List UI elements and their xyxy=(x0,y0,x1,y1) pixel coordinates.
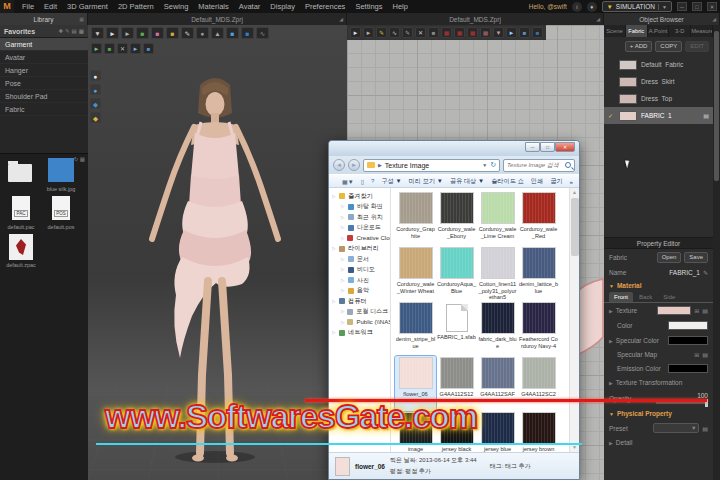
preset-save-icon[interactable]: ▤ xyxy=(702,425,708,432)
tab-library[interactable]: Library ▦ xyxy=(0,13,88,25)
sidebar-node[interactable]: ▷ 라이브러리 xyxy=(332,244,390,255)
specular-color-swatch[interactable] xyxy=(668,336,708,345)
selected-file-tags[interactable]: 태그: 태그 추가 xyxy=(490,462,531,471)
app-logo[interactable]: M xyxy=(0,0,14,13)
menu-item[interactable]: File xyxy=(22,2,34,11)
dialog-toolbar-item[interactable]: 공유 대상 ▼ xyxy=(450,177,484,186)
dialog-toolbar-item[interactable]: » xyxy=(570,178,573,185)
save-button[interactable]: Save xyxy=(684,252,708,263)
list-view-icon[interactable]: ▤ xyxy=(72,28,77,34)
menu-item[interactable]: Sewing xyxy=(164,2,189,11)
menu-item[interactable]: Display xyxy=(270,2,295,11)
dialog-title-bar[interactable]: ─ □ ✕ xyxy=(329,141,579,156)
library-category[interactable]: Pose xyxy=(0,77,88,90)
expander-icon[interactable]: ▷ xyxy=(341,215,345,220)
object-browser-tab[interactable]: Measure xyxy=(691,25,713,37)
bird-icon[interactable]: ♦ xyxy=(587,2,597,12)
toolbar-2d-icon[interactable]: ✎ xyxy=(402,27,413,38)
expander-icon[interactable]: ▷ xyxy=(341,288,345,293)
fabric-list-row[interactable]: ✓ Dress_Skirt ▤ xyxy=(604,73,713,90)
files-view-icon[interactable]: ▦ xyxy=(80,156,85,162)
texture-file[interactable]: Corduroy_Graphite xyxy=(395,191,436,246)
dialog-toolbar-item[interactable]: 슬라이드 쇼 xyxy=(491,177,524,186)
expander-icon[interactable]: ▷ xyxy=(341,267,345,272)
toolbar-2d-icon[interactable]: ✎ xyxy=(376,27,387,38)
expander-icon[interactable]: ▷ xyxy=(341,278,345,283)
toolbar-2d-icon[interactable]: ▦ xyxy=(480,27,491,38)
refresh-icon[interactable]: ↻ xyxy=(490,161,496,169)
menu-item[interactable]: Avatar xyxy=(239,2,261,11)
library-category[interactable]: Shoulder Pad xyxy=(0,90,88,103)
preview-pane-icon[interactable]: ▯ xyxy=(361,178,364,185)
dialog-toolbar-item[interactable]: 구성 ▼ xyxy=(381,177,401,186)
texture-file[interactable]: Corduroy_wale_Ebony xyxy=(436,191,477,246)
dialog-toolbar-item[interactable]: 미리 보기 ▼ xyxy=(409,177,443,186)
menu-item[interactable]: Preferences xyxy=(305,2,345,11)
open-button[interactable]: Open xyxy=(657,252,682,263)
texture-file[interactable]: fabric_dark_blue xyxy=(477,301,518,356)
opacity-slider[interactable] xyxy=(656,402,708,404)
menu-item[interactable]: 2D Pattern xyxy=(118,2,154,11)
toolbar-2d-icon[interactable]: ► xyxy=(506,27,517,38)
expander-icon[interactable]: ▷ xyxy=(332,194,336,199)
texture-file[interactable]: FABRIC_1.sfab xyxy=(436,301,477,356)
physical-property-header[interactable]: ▼ Physical Property xyxy=(604,407,713,420)
toolbar-2d-icon[interactable]: ▼ xyxy=(493,27,504,38)
tab-2d-corner-icon[interactable]: ◢ xyxy=(596,16,600,22)
address-dropdown-icon[interactable]: ▼ xyxy=(482,162,487,168)
menu-item[interactable]: 3D Garment xyxy=(67,2,108,11)
open-specular-map-icon[interactable]: ⊞ xyxy=(694,351,699,358)
expander-icon[interactable]: ▷ xyxy=(341,309,344,314)
fabric-list-row[interactable]: ✓ FABRIC_1 ▤ xyxy=(604,107,713,124)
dialog-toolbar-item[interactable]: 인쇄 xyxy=(531,177,543,186)
back-button[interactable]: ◄ xyxy=(333,159,345,171)
sidebar-node[interactable]: ▷ 로컬 디스크 (C:) xyxy=(332,307,390,318)
sidebar-node[interactable]: ▷ 다운로드 xyxy=(332,223,390,234)
object-browser-tab[interactable]: Fabric xyxy=(626,25,648,37)
texture-file[interactable]: Corduroy_wale_Red xyxy=(518,191,559,246)
texture-file[interactable]: jersey brown xyxy=(518,411,559,452)
search-box[interactable] xyxy=(503,159,575,172)
scroll-up-icon[interactable]: ▲ xyxy=(570,188,579,197)
texture-file[interactable]: CorduroyAqua_Blue xyxy=(436,246,477,301)
sidebar-node[interactable]: ▷ Creative Cloud Files xyxy=(332,233,390,244)
library-file[interactable]: default.zpac xyxy=(3,234,39,268)
tab-2d-viewport[interactable]: Default_MDS.Zprj ◢ xyxy=(347,13,604,25)
toolbar-2d-icon[interactable]: ■ xyxy=(428,27,439,38)
expander-icon[interactable]: ▷ xyxy=(341,225,345,230)
dialog-toolbar-item[interactable]: 굽기 xyxy=(550,177,562,186)
texture-file[interactable]: Corduroy_wale_Winter Wheat xyxy=(395,246,436,301)
toolbar-2d-icon[interactable]: ► xyxy=(363,27,374,38)
remove-texture-icon[interactable]: ▤ xyxy=(702,307,708,314)
sidebar-node[interactable]: ▷ 사진 xyxy=(332,275,390,286)
right-panel-scrollbar[interactable] xyxy=(713,25,720,480)
toolbar-2d-icon[interactable]: ✕ xyxy=(415,27,426,38)
grid-view-icon[interactable]: ▦ xyxy=(79,28,84,34)
dialog-close-button[interactable]: ✕ xyxy=(555,142,575,152)
toolbar-2d-icon[interactable]: ▦ xyxy=(467,27,478,38)
material-tab[interactable]: Side xyxy=(658,292,680,302)
views-icon[interactable]: ▦▼ xyxy=(342,178,354,185)
simulation-button[interactable]: ▼ SIMULATION ▼ xyxy=(602,1,672,12)
material-tab[interactable]: Front xyxy=(609,292,633,302)
add-fabric-button[interactable]: + ADD xyxy=(625,41,653,52)
copy-fabric-button[interactable]: COPY xyxy=(655,41,682,52)
address-bar[interactable]: ▶ Texture Image ▼ ↻ xyxy=(363,159,500,172)
expander-icon[interactable]: ▷ xyxy=(332,246,336,251)
library-file[interactable] xyxy=(3,158,39,192)
texture-file[interactable]: Feathercord Corduroy Navy-4 xyxy=(518,301,559,356)
toolbar-2d-icon[interactable]: ▦ xyxy=(454,27,465,38)
sidebar-node[interactable]: ▷ 음악 xyxy=(332,286,390,297)
emission-color-swatch[interactable] xyxy=(668,364,708,373)
expander-icon[interactable]: ▷ xyxy=(332,330,336,335)
minimize-button[interactable]: ─ xyxy=(677,2,687,11)
texture-file[interactable]: denim_lattice_blue xyxy=(518,246,559,301)
menu-item[interactable]: Materials xyxy=(198,2,228,11)
texture-file[interactable]: Corduroy_wale_Lime Cream xyxy=(477,191,518,246)
texture-swatch[interactable] xyxy=(657,306,691,315)
expander-icon[interactable]: ▷ xyxy=(341,236,344,241)
library-category[interactable]: Hanger xyxy=(0,64,88,77)
sidebar-node[interactable]: ▷ 즐겨찾기 xyxy=(332,191,390,202)
sidebar-node[interactable]: ▷ 문서 xyxy=(332,254,390,265)
material-section-header[interactable]: ▼ Material xyxy=(604,279,713,292)
